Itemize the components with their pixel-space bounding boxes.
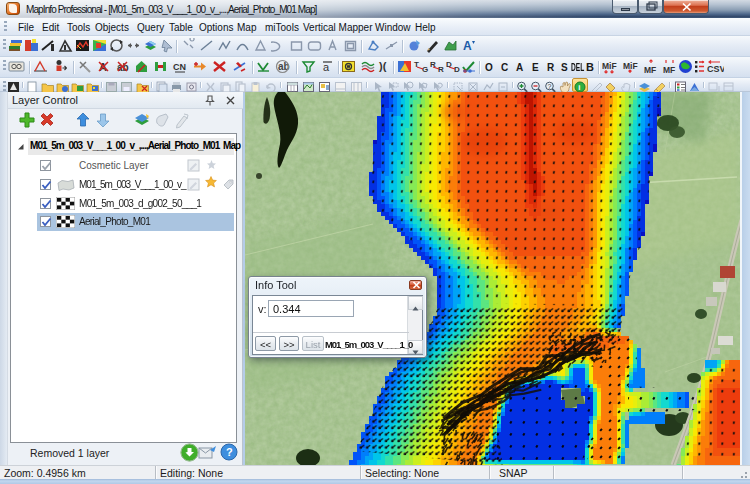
svg-text:MiF: MiF: [602, 61, 617, 71]
svg-text:i: i: [578, 83, 580, 92]
svg-text:CN: CN: [173, 62, 186, 72]
svg-text:D: D: [454, 65, 460, 74]
svg-text:R: R: [438, 65, 444, 74]
svg-text:?: ?: [226, 446, 233, 458]
svg-text:a: a: [323, 61, 330, 73]
svg-text:MF: MF: [644, 65, 656, 74]
svg-text:MF: MF: [663, 65, 675, 74]
svg-text:?: ?: [548, 83, 552, 90]
svg-text:CSV: CSV: [707, 64, 724, 74]
svg-text:A: A: [463, 39, 472, 53]
svg-text:G: G: [422, 65, 428, 74]
